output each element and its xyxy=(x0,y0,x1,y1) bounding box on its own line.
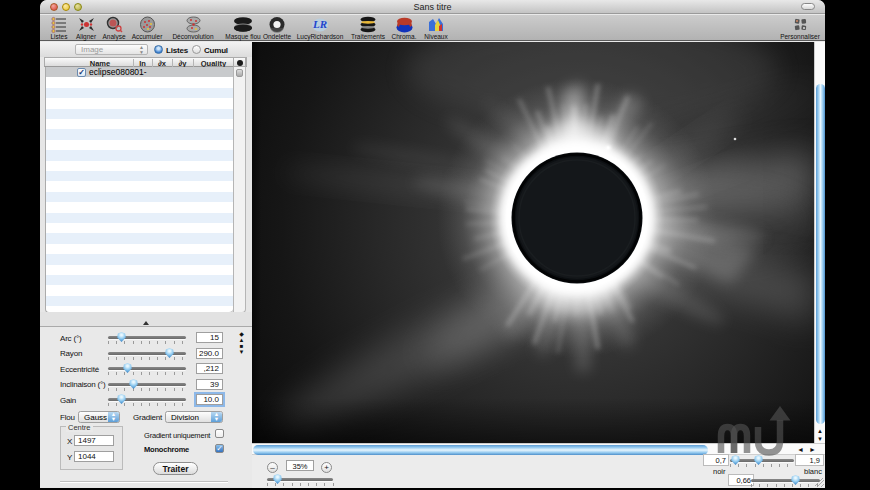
svg-text:LR: LR xyxy=(312,18,327,30)
